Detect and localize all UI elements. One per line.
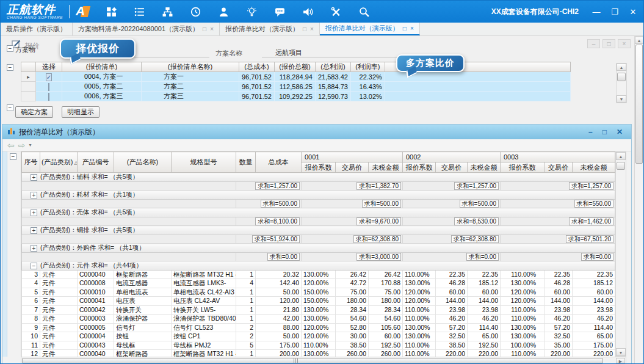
column-header[interactable]: (产品类别) △ xyxy=(40,152,78,173)
forward-arrow-icon[interactable]: ⇨ xyxy=(18,141,26,150)
tab-close-icon[interactable]: × xyxy=(410,25,414,32)
compare-panel-titlebar[interactable]: 报价清单比对（演示版） –□✕ xyxy=(2,125,631,139)
column-header[interactable]: (报价总额) xyxy=(274,62,315,72)
close-button[interactable]: ✕ xyxy=(617,128,623,136)
column-header[interactable]: 总成本 xyxy=(256,152,302,173)
checkbox-cell[interactable] xyxy=(36,82,62,92)
scheme-group-header[interactable]: 0002 xyxy=(403,152,501,162)
collapse-box-icon[interactable]: − xyxy=(7,45,13,52)
scroll-right-icon[interactable]: ▶ xyxy=(616,358,625,363)
maximize-button[interactable]: □ xyxy=(602,39,615,48)
column-header[interactable]: 产品编号 xyxy=(78,152,114,173)
scroll-down-icon[interactable]: ▼ xyxy=(616,348,626,356)
maximize-button[interactable]: □ xyxy=(602,128,607,136)
quote-scheme-row[interactable]: ▸✓0004, 方案一方案一96,701.52118,284.9421,583.… xyxy=(21,72,571,82)
tab-close-icon[interactable]: × xyxy=(310,26,314,32)
minimize-button[interactable]: — xyxy=(587,4,606,20)
scheme-sub-header[interactable]: 未税金额 xyxy=(369,162,403,173)
scrollbar-thumb[interactable] xyxy=(617,162,625,170)
detail-display-button[interactable]: 明细显示 xyxy=(62,106,99,118)
confirm-scheme-button[interactable]: 确定方案 xyxy=(15,106,53,118)
group-row[interactable]: +(产品类别)：壳体 求和= （共5项） xyxy=(22,208,615,217)
tab-3[interactable]: 报价清单比对（演示版）□× xyxy=(220,23,320,35)
scheme-sub-header[interactable]: 交易价 xyxy=(336,162,369,173)
scroll-up-icon[interactable]: ▲ xyxy=(617,64,626,71)
compare-horizontal-scrollbar[interactable]: ▶ xyxy=(21,357,626,364)
checkbox-cell[interactable]: ✓ xyxy=(36,72,62,82)
collapse-box-icon[interactable]: − xyxy=(31,263,37,269)
expand-box-icon[interactable]: + xyxy=(31,227,37,234)
checkbox-icon[interactable] xyxy=(48,93,49,101)
scroll-up-icon[interactable]: ▲ xyxy=(616,152,626,160)
tools-icon[interactable] xyxy=(331,7,341,17)
scheme-sub-header[interactable]: 报价系数 xyxy=(501,162,545,173)
org-chart-icon[interactable] xyxy=(162,7,173,17)
scheme-sub-header[interactable]: 报价系数 xyxy=(302,162,336,173)
speaker-icon[interactable] xyxy=(303,7,313,17)
list-icon[interactable] xyxy=(134,7,145,17)
close-button[interactable]: × xyxy=(618,39,631,48)
tab-1[interactable]: 最后操作（演示版） xyxy=(1,23,73,35)
scheme-sub-header[interactable]: 未税金额 xyxy=(573,162,615,173)
group-row[interactable]: +(产品类别)：外购件 求和= （共1项） xyxy=(22,244,615,253)
column-header[interactable]: (总成本) xyxy=(239,62,275,72)
group-row[interactable]: +(产品类别)：耗材 求和= （共1项） xyxy=(22,191,615,200)
group-row[interactable]: +(产品类别)：辅料 求和= （共5项） xyxy=(22,173,615,182)
minimize-button[interactable]: – xyxy=(588,128,593,136)
collapse-box-icon[interactable]: − xyxy=(7,104,13,111)
maximize-button[interactable]: ❐ xyxy=(606,4,624,20)
tab-4[interactable]: 报价清单比对（演示版）□× xyxy=(320,23,420,35)
checkbox-icon[interactable] xyxy=(48,83,49,91)
scroll-up-icon[interactable]: ▲ xyxy=(635,37,643,44)
minimize-button[interactable]: – xyxy=(587,39,600,48)
idea-icon[interactable] xyxy=(247,7,257,17)
item-row[interactable]: 8元件C000003浪涌保护器浪涌保护器 TBD80/400142.00130.… xyxy=(22,315,615,324)
scheme-sub-header[interactable]: 未税金额 xyxy=(468,162,501,173)
scheme-name-value[interactable]: 远航项目 xyxy=(275,48,302,57)
scroll-down-icon[interactable]: ▼ xyxy=(617,95,626,103)
checkbox-cell[interactable] xyxy=(36,92,62,101)
compare-vertical-scrollbar[interactable]: ▲ ▼ xyxy=(615,151,626,357)
back-arrow-icon[interactable]: ⇦ xyxy=(7,141,15,150)
item-row[interactable]: 3元件C000040框架断路器框架断路器 MT32 H1 4P F120.321… xyxy=(22,270,615,279)
column-header[interactable]: (报价清单名称) xyxy=(142,62,239,72)
upper-vertical-scrollbar[interactable]: ▲ ▼ xyxy=(616,63,627,103)
expand-box-icon[interactable]: + xyxy=(31,174,37,181)
tab-close-icon[interactable]: × xyxy=(210,26,214,32)
column-header[interactable]: (利润率) xyxy=(350,62,385,72)
item-row[interactable]: 12元件C000040框架断路器框架断路器 MT32 H1 4P M1200.0… xyxy=(22,350,615,357)
user-icon[interactable] xyxy=(219,7,229,17)
group-row[interactable]: +(产品类别)：铜排 求和= （共5项） xyxy=(22,226,615,235)
expand-box-icon[interactable]: + xyxy=(31,209,37,216)
scrollbar-thumb[interactable] xyxy=(635,45,643,164)
close-button[interactable]: ✕ xyxy=(624,4,642,20)
expand-box-icon[interactable]: + xyxy=(31,192,37,198)
column-header[interactable]: 序号 xyxy=(22,152,40,173)
column-header[interactable]: 数量 xyxy=(236,152,256,173)
expand-box-icon[interactable]: + xyxy=(31,245,37,252)
quote-scheme-row[interactable]: 0005, 方案二方案二96,701.52112,586.2515,884.73… xyxy=(21,82,571,92)
item-row[interactable]: 4元件C000008电流互感器电流互感器 LMK3-4142.40120.00%… xyxy=(22,279,615,288)
apps-icon[interactable] xyxy=(106,7,117,17)
item-row[interactable]: 5元件C000010单相电流表单相电流表 CL42-AI3150.00150.0… xyxy=(22,288,615,297)
scheme-group-header[interactable]: 0001 xyxy=(302,152,403,162)
outer-vertical-scrollbar[interactable]: ▲ xyxy=(634,36,644,364)
chat-icon[interactable] xyxy=(275,7,285,17)
item-row[interactable]: 11元件C000043母线框母线框 PMJ25175.00110.00%38.5… xyxy=(22,341,615,350)
tab-restore-icon[interactable]: □ xyxy=(403,25,407,32)
column-header[interactable]: (总利润) xyxy=(315,62,350,72)
collapse-box-icon[interactable]: − xyxy=(7,64,13,71)
tab-restore-icon[interactable]: □ xyxy=(303,26,306,32)
search-icon[interactable] xyxy=(359,7,369,17)
scheme-sub-header[interactable]: 交易价 xyxy=(436,162,468,173)
collapse-box-icon[interactable]: − xyxy=(10,153,16,160)
scheme-sub-header[interactable]: 报价系数 xyxy=(403,162,436,173)
scheme-sub-header[interactable]: 交易价 xyxy=(545,162,573,173)
quote-scheme-row[interactable]: 0006, 方案三方案三96,701.52109,292.2512,590.73… xyxy=(21,92,571,101)
scheme-group-header[interactable]: 0003 xyxy=(501,152,615,162)
checkbox-icon[interactable]: ✓ xyxy=(46,73,52,81)
tab-restore-icon[interactable]: □ xyxy=(203,26,206,32)
column-header[interactable]: (报价清单) xyxy=(62,62,142,72)
column-header[interactable]: 选择 xyxy=(36,62,62,72)
scrollbar-thumb[interactable] xyxy=(617,73,626,81)
